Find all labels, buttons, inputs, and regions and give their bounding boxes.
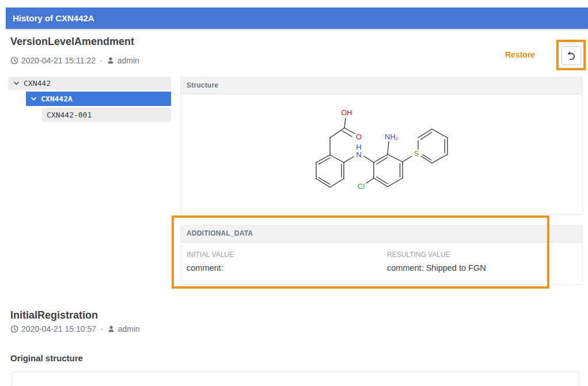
initial-value-text: comment:: [187, 263, 387, 273]
additional-data-panel-header: ADDITIONAL_DATA: [181, 225, 582, 243]
atom-label-cl: Cl: [358, 182, 365, 191]
additional-data-panel: ADDITIONAL_DATA INITIAL VALUE comment: R…: [180, 225, 583, 285]
entry-user: admin: [118, 324, 140, 334]
resulting-value-label: RESULTING VALUE: [387, 251, 576, 259]
additional-data-body: INITIAL VALUE comment: RESULTING VALUE c…: [181, 243, 582, 284]
user-icon: [107, 56, 115, 65]
initial-value-label: INITIAL VALUE: [187, 251, 387, 259]
detail-panels: Structure: [180, 77, 583, 285]
initial-value-column: INITIAL VALUE comment:: [187, 251, 387, 273]
clock-icon: [10, 325, 18, 333]
original-structure-panel: [12, 372, 579, 386]
entry-title-version-level-amendment: VersionLevelAmendment: [10, 36, 134, 48]
entry-meta-row: 2020-04-21 15:11:22 · admin: [10, 56, 139, 65]
restore-button[interactable]: [562, 46, 581, 65]
chevron-down-icon[interactable]: [13, 80, 20, 86]
tree-item-label: CXN442-001: [47, 111, 92, 119]
molecule-drawing: OH O H N NH₂ Cl S: [288, 103, 461, 203]
chevron-down-icon[interactable]: [31, 96, 37, 102]
restore-undo-icon: [566, 51, 576, 61]
structure-viewer: OH O H N NH₂ Cl S: [181, 94, 582, 214]
structure-panel-header: Structure: [181, 77, 582, 94]
tree-item-label: CXN442: [24, 79, 51, 88]
page-title-bar: History of CXN442A: [6, 7, 588, 29]
entry-title-initial-registration: InitialRegistration: [10, 309, 98, 321]
original-structure-title: Original structure: [10, 353, 83, 363]
separator-dot: ·: [100, 56, 103, 65]
entry-timestamp: 2020-04-21 15:10:57: [21, 324, 96, 334]
structure-panel: Structure: [180, 77, 583, 215]
tree-item-cxn442-001[interactable]: CXN442-001: [42, 108, 171, 122]
restore-link[interactable]: Restore: [505, 50, 535, 59]
tree-item-cxn442a-selected[interactable]: CXN442A: [26, 92, 171, 106]
resulting-value-column: RESULTING VALUE comment: Shipped to FGN: [387, 251, 576, 273]
atom-label-nh2: NH₂: [385, 133, 399, 141]
entry-meta-row: 2020-04-21 15:10:57 · admin: [10, 324, 140, 334]
version-tree: CXN442 CXN442A CXN442-001: [9, 77, 171, 124]
tree-item-label: CXN442A: [41, 94, 73, 103]
resulting-value-text: comment: Shipped to FGN: [387, 263, 576, 273]
atom-label-s: S: [414, 149, 419, 158]
user-icon: [107, 325, 115, 333]
tree-item-cxn442[interactable]: CXN442: [9, 77, 171, 90]
separator-dot: ·: [100, 324, 103, 334]
entry-timestamp: 2020-04-21 15:11:22: [21, 56, 96, 65]
atom-label-oh: OH: [341, 108, 352, 117]
clock-icon: [10, 56, 18, 65]
atom-label-o: O: [356, 133, 362, 141]
atom-label-n: N: [356, 150, 361, 159]
entry-user: admin: [117, 56, 139, 65]
